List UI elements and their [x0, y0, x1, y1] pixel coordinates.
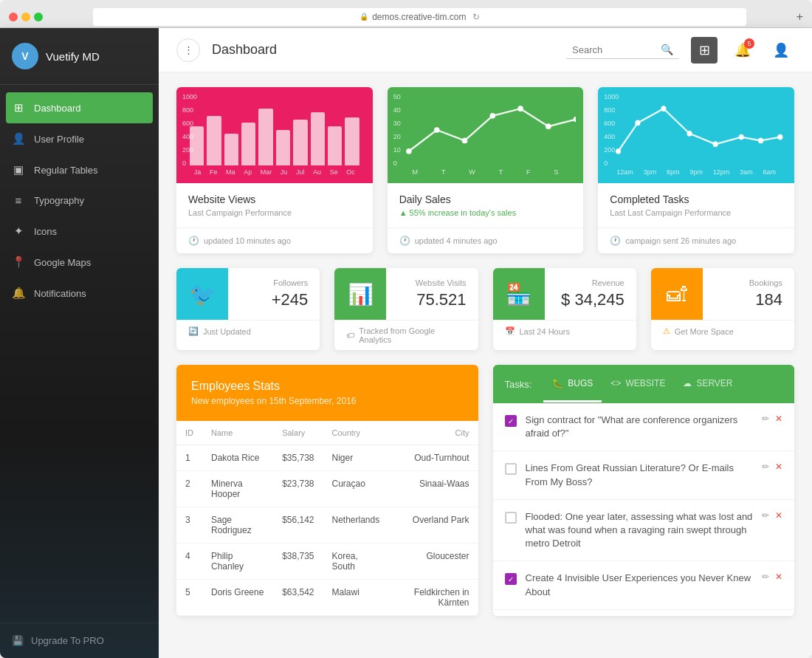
task-edit-button[interactable]: ✏ [762, 510, 769, 521]
twitter-footer-text: Just Updated [203, 327, 251, 336]
user-menu-button[interactable]: 👤 [768, 37, 794, 64]
task-edit-button[interactable]: ✏ [762, 462, 769, 472]
sidebar-item-regular-tables[interactable]: ▣Regular Tables [0, 154, 159, 185]
cell-country: Niger [323, 445, 391, 471]
dot-yellow[interactable] [21, 13, 30, 21]
task-delete-button[interactable]: ✕ [775, 462, 782, 472]
bar [207, 116, 221, 165]
tasks-header: Tasks: 🐛 BUGS <> WEBSITE ☁ SERVER [493, 365, 795, 403]
task-actions: ✏ ✕ [762, 572, 782, 582]
task-checkbox[interactable] [505, 463, 517, 475]
dot-green[interactable] [34, 13, 43, 21]
table-row: 1 Dakota Rice $35,738 Niger Oud-Turnhout [176, 445, 478, 471]
dashboard-body: 10008006004002000 JaFeMaApMarJuJulAuSeOc… [159, 72, 812, 658]
topbar: ⋮ Dashboard 🔍 ⊞ 🔔 5 👤 [159, 28, 812, 72]
col-salary: Salary [273, 421, 323, 445]
cell-name: Minerva Hooper [202, 471, 273, 507]
task-text: Flooded: One year later, assessing what … [526, 510, 754, 551]
reload-icon[interactable]: ↻ [472, 12, 480, 22]
svg-point-1 [434, 127, 440, 133]
twitter-card: 🐦 Followers +245 🔄 Just Updated [176, 268, 320, 350]
website-views-footer: 🕐 updated 10 minutes ago [176, 228, 373, 253]
sidebar-item-google-maps[interactable]: 📍Google Maps [0, 247, 159, 278]
cell-country: Korea, South [323, 544, 391, 580]
twitter-stats: Followers +245 [228, 270, 320, 318]
search-box[interactable]: 🔍 [566, 41, 679, 59]
completed-tasks-line-chart [605, 95, 787, 165]
task-checkbox[interactable]: ✓ [505, 573, 517, 585]
completed-tasks-card: 10008006004002000 [598, 87, 794, 253]
sidebar-item-icons[interactable]: ✦Icons [0, 216, 159, 247]
twitter-value: +245 [240, 290, 308, 309]
nav-icon-notifications: 🔔 [12, 287, 25, 300]
completed-tasks-footer-text: campaign sent 26 minutes ago [625, 236, 736, 245]
cell-name: Doris Greene [202, 580, 273, 616]
store-icon-area: 🏪 [493, 268, 545, 320]
search-icon[interactable]: 🔍 [661, 44, 673, 55]
new-tab-button[interactable]: + [796, 10, 803, 24]
logo-text: Vuetify MD [46, 50, 100, 63]
table-row: 3 Sage Rodriguez $56,142 Netherlands Ove… [176, 507, 478, 544]
sidebar-logo: V Vuetify MD [0, 28, 159, 85]
svg-point-2 [461, 138, 467, 144]
person-icon: 👤 [773, 42, 789, 58]
completed-tasks-title: Completed Tasks [610, 193, 782, 205]
employee-header: Employees Stats New employees on 15th Se… [176, 365, 478, 421]
tasks-list: ✓ Sign contract for "What are conference… [493, 403, 795, 610]
col-city: City [390, 421, 478, 445]
nav-label-notifications: Notifications [34, 288, 86, 299]
tab-bugs[interactable]: 🐛 BUGS [543, 366, 602, 402]
tab-website[interactable]: <> WEBSITE [602, 366, 674, 402]
cell-id: 2 [176, 471, 202, 507]
cell-name: Dakota Rice [202, 445, 273, 471]
task-item: ✓ Create 4 Invisible User Experiences yo… [493, 561, 795, 609]
warning-icon: ⚠ [663, 326, 670, 336]
daily-sales-subtitle: ▲ 55% increase in today's sales [399, 208, 572, 217]
nav-label-google-maps: Google Maps [34, 257, 91, 268]
chart-icon-area: 📊 [334, 268, 386, 320]
task-delete-button[interactable]: ✕ [775, 414, 782, 424]
search-input[interactable] [572, 44, 661, 55]
nav-icon-typography: ≡ [12, 194, 25, 207]
menu-button[interactable]: ⋮ [176, 38, 200, 62]
sidebar-item-typography[interactable]: ≡Typography [0, 185, 159, 216]
revenue-body: 🏪 Revenue $ 34,245 [493, 268, 636, 320]
svg-point-11 [713, 141, 718, 147]
tab-server-label: SERVER [696, 378, 732, 388]
bookings-value: 184 [715, 290, 782, 309]
task-checkbox[interactable]: ✓ [505, 415, 517, 427]
completed-tasks-subtitle: Last Last Campaign Performance [610, 208, 782, 217]
task-delete-button[interactable]: ✕ [775, 510, 782, 521]
task-edit-button[interactable]: ✏ [762, 414, 769, 424]
grid-view-button[interactable]: ⊞ [691, 37, 718, 64]
clock-icon: 🕐 [188, 236, 199, 246]
task-edit-button[interactable]: ✏ [762, 572, 769, 582]
col-name: Name [202, 421, 273, 445]
dot-red[interactable] [9, 13, 18, 21]
cell-city: Oud-Turnhout [390, 445, 478, 471]
completed-tasks-chart: 10008006004002000 [598, 87, 794, 183]
sidebar-item-user-profile[interactable]: 👤User Profile [0, 123, 159, 154]
bar [311, 112, 325, 165]
sidebar-item-dashboard[interactable]: ⊞Dashboard [6, 92, 153, 123]
notifications-button[interactable]: 🔔 5 [729, 37, 756, 64]
tab-server[interactable]: ☁ SERVER [674, 366, 741, 402]
daily-sales-info: Daily Sales ▲ 55% increase in today's sa… [388, 183, 584, 228]
task-delete-button[interactable]: ✕ [775, 572, 782, 582]
svg-point-12 [739, 134, 744, 140]
cell-id: 3 [176, 507, 202, 544]
task-actions: ✏ ✕ [762, 510, 782, 521]
revenue-footer: 📅 Last 24 Hours [493, 320, 636, 342]
completed-tasks-info: Completed Tasks Last Last Campaign Perfo… [598, 183, 794, 228]
upgrade-button[interactable]: 💾 Upgrade To PRO [0, 623, 159, 658]
task-checkbox[interactable] [505, 512, 517, 524]
browser-url-bar[interactable]: 🔒 demos.creative-tim.com ↻ [93, 8, 746, 26]
grid-icon: ⊞ [699, 42, 710, 58]
completed-tasks-footer: 🕐 campaign sent 26 minutes ago [598, 228, 794, 253]
svg-point-9 [661, 106, 667, 112]
nav-icon-dashboard: ⊞ [12, 101, 25, 114]
daily-sales-card: 50403020100 [388, 87, 584, 253]
daily-sales-footer-text: updated 4 minutes ago [415, 236, 498, 245]
sidebar-item-notifications[interactable]: 🔔Notifications [0, 278, 159, 309]
revenue-footer-text: Last 24 Hours [520, 327, 570, 336]
